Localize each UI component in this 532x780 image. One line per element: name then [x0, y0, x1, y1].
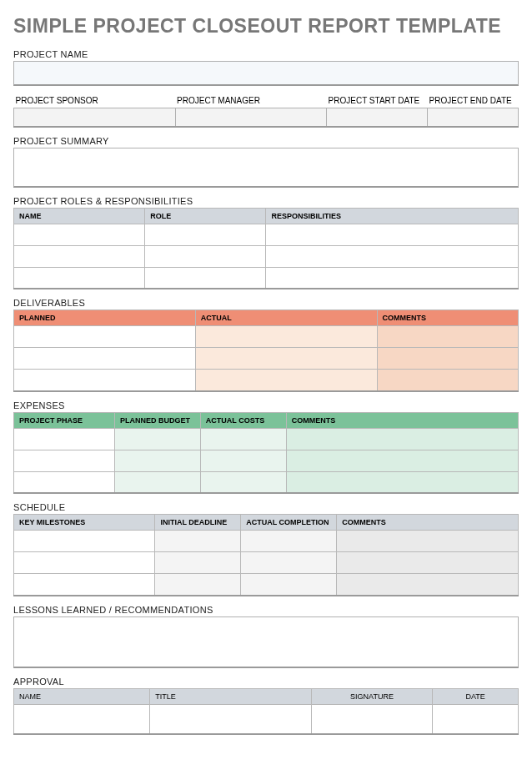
approval-header-title: TITLE: [150, 688, 312, 704]
schedule-cell[interactable]: [14, 574, 155, 596]
expenses-cell[interactable]: [286, 428, 518, 450]
expenses-cell[interactable]: [115, 428, 201, 450]
approval-header-name: NAME: [14, 688, 150, 704]
expenses-header-comments: COMMENTS: [286, 412, 518, 428]
roles-cell[interactable]: [145, 224, 266, 245]
roles-cell[interactable]: [14, 224, 145, 245]
project-sponsor-input[interactable]: [14, 108, 176, 127]
deliverables-header-comments: COMMENTS: [377, 310, 518, 326]
roles-cell[interactable]: [14, 245, 145, 267]
label-lessons: LESSONS LEARNED / RECOMMENDATIONS: [13, 605, 519, 615]
roles-cell[interactable]: [266, 245, 519, 267]
deliverables-header-actual: ACTUAL: [195, 310, 377, 326]
expenses-header-planned: PLANNED BUDGET: [115, 412, 201, 428]
schedule-cell[interactable]: [337, 574, 519, 596]
label-deliverables: DELIVERABLES: [13, 298, 519, 308]
deliverables-cell[interactable]: [377, 370, 518, 391]
table-row: [14, 267, 519, 289]
deliverables-cell[interactable]: [14, 348, 196, 370]
schedule-cell[interactable]: [155, 531, 241, 552]
project-meta-table: PROJECT SPONSOR PROJECT MANAGER PROJECT …: [13, 93, 519, 128]
roles-header-role: ROLE: [145, 208, 266, 224]
page-title: SIMPLE PROJECT CLOSEOUT REPORT TEMPLATE: [13, 15, 519, 38]
expenses-cell[interactable]: [14, 471, 115, 493]
lessons-input[interactable]: [13, 616, 519, 668]
schedule-cell[interactable]: [337, 552, 519, 574]
deliverables-cell[interactable]: [195, 348, 377, 370]
approval-cell[interactable]: [150, 704, 312, 734]
roles-cell[interactable]: [266, 267, 519, 289]
expenses-table: PROJECT PHASE PLANNED BUDGET ACTUAL COST…: [13, 412, 519, 495]
schedule-cell[interactable]: [337, 531, 519, 552]
table-row: [14, 326, 519, 348]
schedule-cell[interactable]: [241, 531, 337, 552]
deliverables-table: PLANNED ACTUAL COMMENTS: [13, 309, 519, 392]
roles-header-responsibilities: RESPONSIBILITIES: [266, 208, 519, 224]
label-schedule: SCHEDULE: [13, 502, 519, 512]
schedule-cell[interactable]: [241, 574, 337, 596]
roles-cell[interactable]: [266, 224, 519, 245]
label-project-manager: PROJECT MANAGER: [175, 93, 327, 108]
approval-header-signature: SIGNATURE: [311, 688, 432, 704]
schedule-cell[interactable]: [241, 552, 337, 574]
approval-cell[interactable]: [433, 704, 519, 734]
deliverables-cell[interactable]: [195, 370, 377, 391]
label-expenses: EXPENSES: [13, 400, 519, 410]
deliverables-header-planned: PLANNED: [14, 310, 196, 326]
table-row: [14, 245, 519, 267]
label-project-summary: PROJECT SUMMARY: [13, 136, 519, 146]
roles-table: NAME ROLE RESPONSIBILITIES: [13, 208, 519, 290]
expenses-header-phase: PROJECT PHASE: [14, 412, 115, 428]
table-row: [14, 224, 519, 245]
schedule-cell[interactable]: [14, 552, 155, 574]
expenses-cell[interactable]: [115, 471, 201, 493]
table-row: [14, 704, 519, 734]
schedule-table: KEY MILESTONES INITIAL DEADLINE ACTUAL C…: [13, 514, 519, 596]
schedule-header-initial: INITIAL DEADLINE: [155, 515, 241, 531]
expenses-cell[interactable]: [115, 450, 201, 471]
expenses-cell[interactable]: [200, 471, 286, 493]
label-project-name: PROJECT NAME: [13, 49, 519, 59]
table-row: [14, 370, 519, 391]
project-manager-input[interactable]: [175, 108, 327, 127]
table-row: [14, 348, 519, 370]
roles-cell[interactable]: [145, 267, 266, 289]
table-row: [14, 471, 519, 493]
table-row: [14, 531, 519, 552]
deliverables-cell[interactable]: [377, 348, 518, 370]
deliverables-cell[interactable]: [14, 326, 196, 348]
label-approval: APPROVAL: [13, 677, 519, 687]
approval-table: NAME TITLE SIGNATURE DATE: [13, 688, 519, 736]
table-row: [14, 552, 519, 574]
deliverables-cell[interactable]: [195, 326, 377, 348]
roles-cell[interactable]: [145, 245, 266, 267]
deliverables-cell[interactable]: [14, 370, 196, 391]
approval-cell[interactable]: [14, 704, 150, 734]
deliverables-cell[interactable]: [377, 326, 518, 348]
expenses-cell[interactable]: [14, 428, 115, 450]
schedule-cell[interactable]: [14, 531, 155, 552]
expenses-cell[interactable]: [286, 450, 518, 471]
table-row: [14, 450, 519, 471]
expenses-cell[interactable]: [286, 471, 518, 493]
schedule-cell[interactable]: [155, 552, 241, 574]
label-project-end-date: PROJECT END DATE: [428, 93, 519, 108]
approval-cell[interactable]: [311, 704, 432, 734]
expenses-cell[interactable]: [200, 428, 286, 450]
roles-cell[interactable]: [14, 267, 145, 289]
expenses-cell[interactable]: [14, 450, 115, 471]
approval-header-date: DATE: [433, 688, 519, 704]
label-project-sponsor: PROJECT SPONSOR: [14, 93, 176, 108]
schedule-cell[interactable]: [155, 574, 241, 596]
project-summary-input[interactable]: [13, 148, 519, 188]
roles-header-name: NAME: [14, 208, 145, 224]
expenses-cell[interactable]: [200, 450, 286, 471]
expenses-header-actual: ACTUAL COSTS: [200, 412, 286, 428]
schedule-header-actual: ACTUAL COMPLETION: [241, 515, 337, 531]
project-end-date-input[interactable]: [428, 108, 519, 127]
project-name-input[interactable]: [13, 61, 519, 86]
project-start-date-input[interactable]: [327, 108, 428, 127]
table-row: [14, 574, 519, 596]
table-row: [14, 428, 519, 450]
schedule-header-comments: COMMENTS: [337, 515, 519, 531]
